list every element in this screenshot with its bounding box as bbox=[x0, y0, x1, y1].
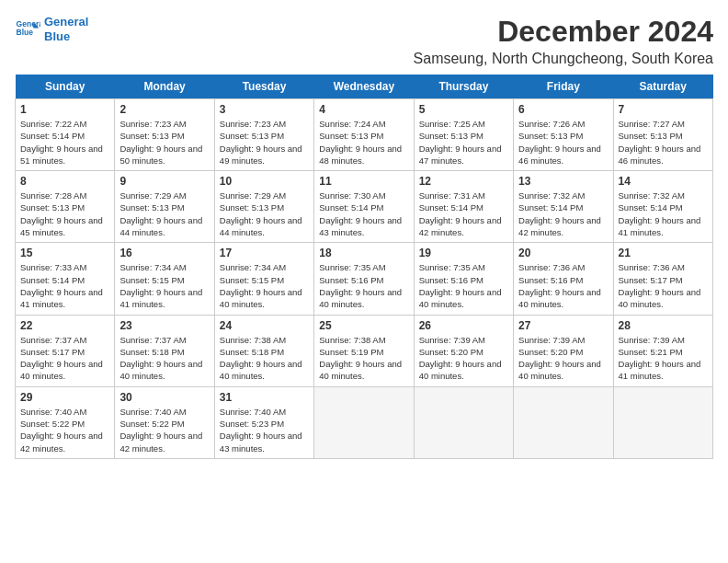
date-number: 22 bbox=[20, 319, 109, 332]
daylight-label: Daylight: 9 hours and 50 minutes. bbox=[119, 144, 202, 166]
sunset-label: Sunset: 5:16 PM bbox=[319, 275, 383, 285]
cell-info: Sunrise: 7:40 AM Sunset: 5:22 PM Dayligh… bbox=[119, 406, 209, 454]
sunset-label: Sunset: 5:17 PM bbox=[20, 347, 85, 357]
date-cell-27: 27 Sunrise: 7:39 AM Sunset: 5:20 PM Dayl… bbox=[514, 315, 613, 386]
sunrise-label: Sunrise: 7:29 AM bbox=[220, 190, 286, 201]
sunset-label: Sunset: 5:13 PM bbox=[319, 131, 383, 141]
date-number: 7 bbox=[619, 103, 708, 116]
sunset-label: Sunset: 5:14 PM bbox=[319, 202, 383, 213]
date-number: 15 bbox=[20, 247, 109, 259]
date-number: 14 bbox=[619, 175, 708, 188]
sunset-label: Sunset: 5:13 PM bbox=[619, 131, 683, 141]
cell-info: Sunrise: 7:38 AM Sunset: 5:19 PM Dayligh… bbox=[319, 334, 408, 383]
date-cell-2: 2 Sunrise: 7:23 AM Sunset: 5:13 PM Dayli… bbox=[115, 99, 214, 171]
calendar-week-3: 15 Sunrise: 7:33 AM Sunset: 5:14 PM Dayl… bbox=[16, 243, 713, 315]
date-cell-14: 14 Sunrise: 7:32 AM Sunset: 5:14 PM Dayl… bbox=[613, 171, 712, 243]
daylight-label: Daylight: 9 hours and 42 minutes. bbox=[20, 431, 103, 453]
daylight-label: Daylight: 9 hours and 51 minutes. bbox=[20, 144, 103, 166]
sunrise-label: Sunrise: 7:34 AM bbox=[220, 262, 286, 272]
daylight-label: Daylight: 9 hours and 40 minutes. bbox=[20, 359, 103, 381]
date-number: 2 bbox=[119, 103, 209, 116]
sunrise-label: Sunrise: 7:32 AM bbox=[518, 190, 585, 201]
logo: General Blue General Blue bbox=[15, 15, 88, 43]
date-cell-24: 24 Sunrise: 7:38 AM Sunset: 5:18 PM Dayl… bbox=[214, 315, 313, 386]
daylight-label: Daylight: 9 hours and 41 minutes. bbox=[119, 287, 202, 309]
sunset-label: Sunset: 5:17 PM bbox=[619, 275, 683, 285]
cell-info: Sunrise: 7:40 AM Sunset: 5:22 PM Dayligh… bbox=[20, 406, 109, 454]
sunrise-label: Sunrise: 7:36 AM bbox=[619, 262, 685, 272]
daylight-label: Daylight: 9 hours and 49 minutes. bbox=[220, 144, 302, 166]
cell-info: Sunrise: 7:23 AM Sunset: 5:13 PM Dayligh… bbox=[220, 118, 309, 167]
date-cell-16: 16 Sunrise: 7:34 AM Sunset: 5:15 PM Dayl… bbox=[115, 243, 214, 315]
cell-info: Sunrise: 7:37 AM Sunset: 5:18 PM Dayligh… bbox=[119, 334, 209, 383]
day-header-tuesday: Tuesday bbox=[214, 75, 313, 99]
cell-info: Sunrise: 7:29 AM Sunset: 5:13 PM Dayligh… bbox=[119, 190, 209, 238]
daylight-label: Daylight: 9 hours and 43 minutes. bbox=[319, 215, 402, 237]
daylight-label: Daylight: 9 hours and 40 minutes. bbox=[419, 359, 502, 381]
title-section: December 2024 Samseung, North Chungcheon… bbox=[414, 15, 713, 67]
daylight-label: Daylight: 9 hours and 48 minutes. bbox=[319, 144, 402, 166]
cell-info: Sunrise: 7:31 AM Sunset: 5:14 PM Dayligh… bbox=[419, 190, 508, 238]
sunset-label: Sunset: 5:14 PM bbox=[518, 202, 583, 213]
cell-info: Sunrise: 7:34 AM Sunset: 5:15 PM Dayligh… bbox=[220, 261, 309, 310]
daylight-label: Daylight: 9 hours and 43 minutes. bbox=[220, 431, 302, 453]
date-number: 1 bbox=[20, 103, 109, 116]
sunset-label: Sunset: 5:16 PM bbox=[518, 275, 583, 285]
daylight-label: Daylight: 9 hours and 42 minutes. bbox=[119, 431, 202, 453]
sunset-label: Sunset: 5:16 PM bbox=[419, 275, 483, 285]
sunrise-label: Sunrise: 7:36 AM bbox=[518, 262, 585, 272]
sunset-label: Sunset: 5:18 PM bbox=[220, 347, 284, 357]
daylight-label: Daylight: 9 hours and 40 minutes. bbox=[220, 359, 302, 381]
sunset-label: Sunset: 5:13 PM bbox=[119, 202, 184, 213]
cell-info: Sunrise: 7:39 AM Sunset: 5:21 PM Dayligh… bbox=[619, 334, 708, 383]
day-header-wednesday: Wednesday bbox=[314, 75, 414, 99]
sunset-label: Sunset: 5:21 PM bbox=[619, 347, 683, 357]
cell-info: Sunrise: 7:37 AM Sunset: 5:17 PM Dayligh… bbox=[20, 334, 109, 383]
date-cell-4: 4 Sunrise: 7:24 AM Sunset: 5:13 PM Dayli… bbox=[314, 99, 414, 171]
sunset-label: Sunset: 5:22 PM bbox=[20, 419, 85, 429]
logo-icon: General Blue bbox=[15, 17, 40, 42]
date-number: 10 bbox=[220, 175, 309, 188]
sunset-label: Sunset: 5:23 PM bbox=[220, 419, 284, 429]
sunset-label: Sunset: 5:14 PM bbox=[20, 275, 85, 285]
date-number: 20 bbox=[518, 247, 608, 259]
cell-info: Sunrise: 7:34 AM Sunset: 5:15 PM Dayligh… bbox=[119, 261, 209, 310]
date-cell-7: 7 Sunrise: 7:27 AM Sunset: 5:13 PM Dayli… bbox=[613, 99, 712, 171]
sunrise-label: Sunrise: 7:39 AM bbox=[419, 335, 485, 345]
sunrise-label: Sunrise: 7:25 AM bbox=[419, 119, 485, 129]
empty-cell bbox=[414, 386, 513, 458]
sunrise-label: Sunrise: 7:35 AM bbox=[419, 262, 485, 272]
calendar-week-4: 22 Sunrise: 7:37 AM Sunset: 5:17 PM Dayl… bbox=[16, 315, 713, 386]
sunrise-label: Sunrise: 7:35 AM bbox=[319, 262, 385, 272]
cell-info: Sunrise: 7:27 AM Sunset: 5:13 PM Dayligh… bbox=[619, 118, 708, 167]
date-cell-6: 6 Sunrise: 7:26 AM Sunset: 5:13 PM Dayli… bbox=[514, 99, 613, 171]
date-number: 19 bbox=[419, 247, 508, 259]
date-number: 12 bbox=[419, 175, 508, 188]
sunrise-label: Sunrise: 7:39 AM bbox=[518, 335, 585, 345]
daylight-label: Daylight: 9 hours and 41 minutes. bbox=[20, 287, 103, 309]
cell-info: Sunrise: 7:39 AM Sunset: 5:20 PM Dayligh… bbox=[518, 334, 608, 383]
sunrise-label: Sunrise: 7:37 AM bbox=[119, 335, 186, 345]
daylight-label: Daylight: 9 hours and 40 minutes. bbox=[518, 359, 601, 381]
cell-info: Sunrise: 7:24 AM Sunset: 5:13 PM Dayligh… bbox=[319, 118, 408, 167]
sunrise-label: Sunrise: 7:30 AM bbox=[319, 190, 385, 201]
date-number: 23 bbox=[119, 319, 209, 332]
date-number: 3 bbox=[220, 103, 309, 116]
date-cell-22: 22 Sunrise: 7:37 AM Sunset: 5:17 PM Dayl… bbox=[16, 315, 115, 386]
date-cell-28: 28 Sunrise: 7:39 AM Sunset: 5:21 PM Dayl… bbox=[613, 315, 712, 386]
date-cell-26: 26 Sunrise: 7:39 AM Sunset: 5:20 PM Dayl… bbox=[414, 315, 513, 386]
sunrise-label: Sunrise: 7:34 AM bbox=[119, 262, 186, 272]
date-cell-25: 25 Sunrise: 7:38 AM Sunset: 5:19 PM Dayl… bbox=[314, 315, 414, 386]
sunrise-label: Sunrise: 7:23 AM bbox=[119, 119, 186, 129]
cell-info: Sunrise: 7:23 AM Sunset: 5:13 PM Dayligh… bbox=[119, 118, 209, 167]
date-cell-10: 10 Sunrise: 7:29 AM Sunset: 5:13 PM Dayl… bbox=[214, 171, 313, 243]
day-header-saturday: Saturday bbox=[613, 75, 712, 99]
date-number: 31 bbox=[220, 391, 309, 404]
day-header-monday: Monday bbox=[115, 75, 214, 99]
sunrise-label: Sunrise: 7:40 AM bbox=[119, 407, 186, 417]
date-number: 11 bbox=[319, 175, 408, 188]
daylight-label: Daylight: 9 hours and 40 minutes. bbox=[518, 287, 601, 309]
sunset-label: Sunset: 5:14 PM bbox=[619, 202, 683, 213]
date-cell-5: 5 Sunrise: 7:25 AM Sunset: 5:13 PM Dayli… bbox=[414, 99, 513, 171]
sunset-label: Sunset: 5:15 PM bbox=[220, 275, 284, 285]
